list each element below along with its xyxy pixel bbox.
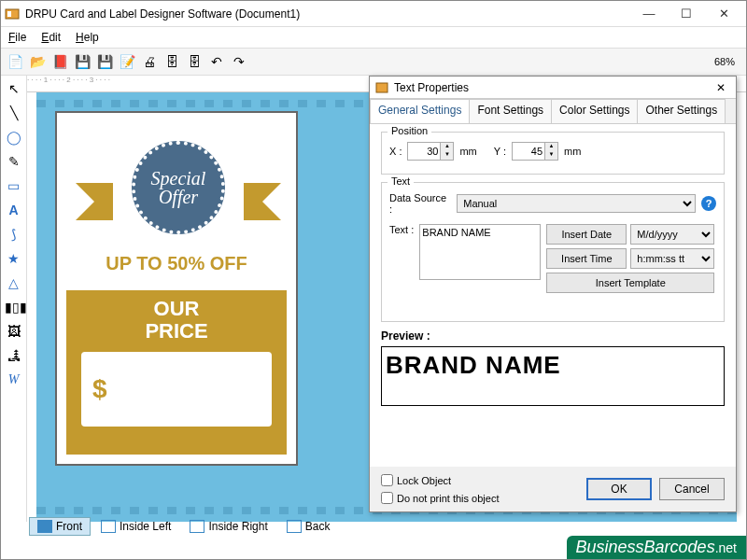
data-source-select[interactable]: Manual: [457, 194, 696, 213]
redo-icon[interactable]: ↷: [229, 51, 249, 72]
tab-inside-left[interactable]: Inside Left: [92, 517, 179, 536]
tab-other-settings[interactable]: Other Settings: [637, 99, 726, 123]
close-button[interactable]: ✕: [705, 1, 742, 27]
arc-tool-icon[interactable]: ⟆: [5, 225, 23, 244]
print-icon[interactable]: 🖨: [139, 51, 160, 72]
x-unit: mm: [459, 146, 476, 157]
cancel-button[interactable]: Cancel: [659, 478, 725, 500]
y-spinner[interactable]: ▲▼: [512, 142, 558, 161]
close-file-icon[interactable]: 📕: [49, 51, 70, 72]
page-tabs: Front Inside Left Inside Right Back: [29, 514, 338, 539]
tab-color-settings[interactable]: Color Settings: [551, 99, 638, 123]
text-textarea[interactable]: BRAND NAME: [419, 224, 541, 280]
help-icon[interactable]: ?: [701, 196, 716, 211]
minimize-button[interactable]: —: [630, 1, 668, 27]
text-group: Text Data Source : Manual ? Text : BRAND…: [381, 182, 725, 322]
badge-text-2: Offer: [159, 188, 198, 206]
text-properties-dialog: Text Properties ✕ General Settings Font …: [369, 76, 737, 512]
select-tool-icon[interactable]: ↖: [5, 79, 23, 98]
text-group-label: Text: [388, 175, 414, 187]
offer-text: UP TO 50% OFF: [57, 253, 296, 274]
ellipse-tool-icon[interactable]: ◯: [5, 128, 23, 147]
window-title: DRPU Card and Label Designer Software (D…: [25, 7, 630, 21]
line-tool-icon[interactable]: ╲: [5, 104, 23, 122]
svg-rect-1: [7, 11, 11, 17]
app-icon: [5, 7, 20, 21]
book-icon: [190, 520, 204, 533]
tab-general-settings[interactable]: General Settings: [370, 99, 470, 123]
undo-icon[interactable]: ↶: [206, 51, 227, 72]
insert-column: Insert DateM/d/yyyy Insert Timeh:mm:ss t…: [546, 224, 714, 293]
x-up-icon[interactable]: ▲: [440, 143, 453, 151]
y-up-icon[interactable]: ▲: [544, 143, 557, 151]
ok-button[interactable]: OK: [586, 478, 652, 500]
design-card[interactable]: Special Offer UP TO 50% OFF OUR PRICE $: [55, 111, 298, 466]
price-block: OUR PRICE $: [66, 290, 287, 455]
zoom-value[interactable]: 68%: [714, 56, 742, 67]
watermark: BusinessBarcodes.net: [567, 536, 746, 559]
image-tool-icon[interactable]: 🖼: [5, 322, 23, 341]
edit-icon[interactable]: 📝: [117, 51, 137, 72]
menubar: File Edit Help: [1, 27, 746, 48]
tab-font-settings[interactable]: Font Settings: [469, 99, 552, 123]
picture-tool-icon[interactable]: 🏞: [5, 346, 23, 365]
wordart-tool-icon[interactable]: W: [5, 371, 23, 389]
y-input[interactable]: [513, 143, 544, 160]
text-tool-icon[interactable]: A: [5, 201, 23, 219]
lock-object-checkbox[interactable]: Lock Object: [381, 474, 499, 486]
badge-text-1: Special: [151, 169, 206, 188]
star-tool-icon[interactable]: ★: [5, 249, 23, 268]
book-icon: [101, 520, 116, 533]
price-box: $: [81, 352, 272, 427]
maximize-button[interactable]: ☐: [668, 1, 705, 27]
dialog-icon: [375, 81, 388, 94]
dialog-close-button[interactable]: ✕: [712, 81, 730, 94]
save-icon[interactable]: 💾: [72, 51, 92, 72]
dialog-footer: Lock Object Do not print this object OK …: [370, 467, 736, 511]
preview-section: Preview : BRAND NAME: [381, 329, 725, 406]
text-label: Text :: [389, 224, 414, 235]
do-not-print-checkbox[interactable]: Do not print this object: [381, 492, 499, 504]
save-as-icon[interactable]: 💾: [94, 51, 115, 72]
open-icon[interactable]: 📂: [27, 51, 48, 72]
time-format-select[interactable]: h:mm:ss tt: [630, 248, 714, 269]
main-toolbar: 📄 📂 📕 💾 💾 📝 🖨 🗄 🗄 ↶ ↷ 68%: [1, 48, 746, 76]
x-input[interactable]: [408, 143, 440, 160]
data-source-label: Data Source :: [389, 192, 451, 215]
left-toolbox: ↖ ╲ ◯ ✎ ▭ A ⟆ ★ △ ▮▯▮ 🖼 🏞 W: [1, 76, 27, 522]
tab-back[interactable]: Back: [278, 517, 339, 536]
insert-template-button[interactable]: Insert Template: [546, 273, 714, 293]
barcode-tool-icon[interactable]: ▮▯▮: [5, 298, 23, 316]
our-label: OUR: [74, 298, 279, 320]
badge-circle: Special Offer: [132, 141, 225, 234]
insert-time-button[interactable]: Insert Time: [546, 248, 627, 269]
x-label: X :: [389, 146, 402, 157]
menu-file[interactable]: File: [8, 31, 26, 44]
new-icon[interactable]: 📄: [5, 51, 25, 72]
triangle-tool-icon[interactable]: △: [5, 273, 23, 292]
svg-rect-2: [376, 83, 388, 92]
x-down-icon[interactable]: ▼: [440, 151, 453, 160]
pencil-tool-icon[interactable]: ✎: [5, 152, 23, 171]
preview-box: BRAND NAME: [381, 346, 725, 406]
rect-tool-icon[interactable]: ▭: [5, 176, 23, 195]
price-label: PRICE: [74, 320, 279, 343]
x-spinner[interactable]: ▲▼: [407, 142, 454, 161]
tab-inside-right[interactable]: Inside Right: [181, 517, 275, 536]
tab-front[interactable]: Front: [29, 517, 91, 536]
database-icon[interactable]: 🗄: [162, 51, 182, 72]
window-titlebar: DRPU Card and Label Designer Software (D…: [1, 1, 746, 27]
y-label: Y :: [494, 146, 506, 157]
y-unit: mm: [564, 146, 581, 157]
dialog-tabs: General Settings Font Settings Color Set…: [370, 99, 736, 123]
book-icon: [37, 520, 52, 533]
database2-icon[interactable]: 🗄: [184, 51, 204, 72]
menu-help[interactable]: Help: [76, 31, 99, 44]
dialog-body: Position X : ▲▼ mm Y : ▲▼ mm Text Data S…: [370, 123, 736, 467]
date-format-select[interactable]: M/d/yyyy: [630, 224, 714, 245]
y-down-icon[interactable]: ▼: [544, 151, 557, 160]
position-group: Position X : ▲▼ mm Y : ▲▼ mm: [381, 132, 725, 175]
insert-date-button[interactable]: Insert Date: [546, 224, 627, 245]
menu-edit[interactable]: Edit: [41, 31, 61, 44]
preview-label: Preview :: [381, 329, 725, 343]
